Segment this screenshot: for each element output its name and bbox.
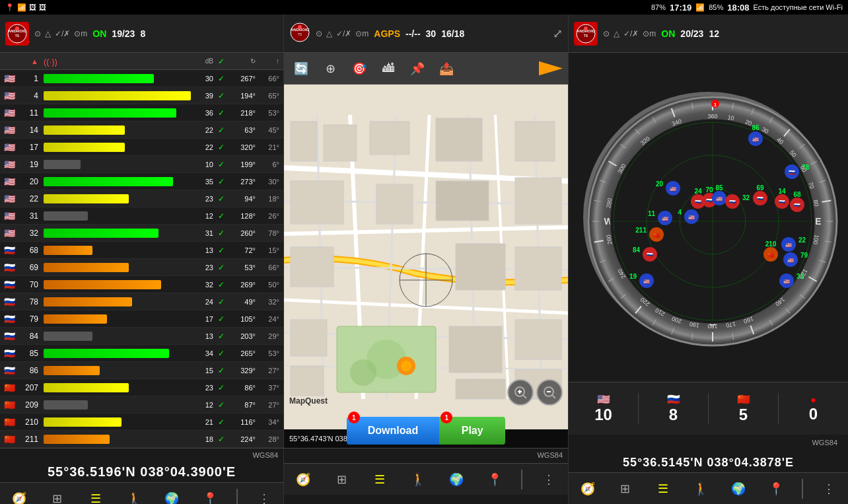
sat-check: ✓ (213, 349, 229, 358)
svg-rect-36 (456, 244, 505, 290)
left-toolbar: 🧭 ⊞ ☰ 🚶 🌍 📍 ⋮ (0, 482, 283, 504)
sat-header-signal: ((·)) (44, 57, 191, 66)
left-tb-walk[interactable]: 🚶 (122, 487, 146, 505)
center-bottom: WGS84 🧭 ⊞ ☰ 🚶 🌍 📍 ⋮ (284, 448, 568, 504)
sat-flag: 🇺🇸 (4, 211, 22, 221)
svg-text:22: 22 (798, 236, 806, 244)
compass-outer: 360 10 20 30 40 50 60 70 80 100 120 140 … (583, 92, 834, 343)
time2: 18:08 (727, 3, 749, 13)
svg-text:🇺🇸: 🇺🇸 (785, 242, 792, 248)
sat-list: 🇺🇸 1 30 ✓ 267° 66° 🇺🇸 4 39 ✓ 194° 65° 🇺🇸… (0, 70, 283, 448)
left-tb-divider (236, 489, 238, 505)
map-tb-play-arrow[interactable] (539, 57, 563, 81)
right-tb-walk[interactable]: 🚶 (689, 477, 713, 501)
svg-text:85: 85 (715, 184, 723, 192)
center-tb-more[interactable]: ⋮ (537, 468, 561, 491)
right-tb-more[interactable]: ⋮ (817, 477, 841, 501)
left-tb-list[interactable]: ☰ (84, 487, 108, 505)
sat-check: ✓ (213, 177, 229, 186)
sat-bar (44, 383, 191, 392)
sat-row: 🇷🇺 69 23 ✓ 53° 66° (0, 259, 283, 276)
right-tb-divider (802, 479, 803, 499)
svg-rect-41 (291, 366, 324, 396)
sat-id: 19 (22, 160, 41, 169)
sat-check: ✓ (213, 332, 229, 341)
right-tb-grid[interactable]: ⊞ (614, 477, 637, 501)
left-tb-pin[interactable]: 📍 (198, 487, 222, 505)
sat-el: 78° (256, 229, 279, 237)
sat-el: 28° (256, 435, 279, 443)
sat-list-header: ▲ ((·)) dB ✓ ↻ ↑ (0, 53, 283, 70)
wifi-icon: 📶 (17, 3, 26, 12)
sat-bar (44, 435, 191, 444)
sat-id: 20 (22, 177, 41, 186)
sat-id: 17 (22, 143, 41, 152)
map-tb-building[interactable]: 🏙 (376, 57, 400, 81)
sat-snr: 31 (194, 229, 213, 237)
center-tb-pin[interactable]: 📍 (483, 468, 507, 491)
right-tb-compass[interactable]: 🧭 (576, 477, 600, 501)
svg-text:🇷🇺: 🇷🇺 (789, 169, 795, 176)
right-tb-list[interactable]: ☰ (651, 477, 675, 501)
sat-az: 86° (229, 384, 256, 392)
sat-id: 11 (22, 108, 41, 118)
center-tb-compass[interactable]: 🧭 (291, 468, 315, 491)
sat-snr: 24 (194, 298, 213, 306)
sat-row: 🇺🇸 19 10 ✓ 199° 6° (0, 156, 283, 173)
sat-az: 273° (229, 178, 256, 186)
status-left: 📍 📶 🖼 🖼 (5, 3, 46, 12)
sat-el: 65° (256, 92, 279, 100)
sat-bar-fill (44, 229, 159, 238)
center-tb-walk[interactable]: 🚶 (406, 468, 430, 491)
left-tb-more[interactable]: ⋮ (252, 487, 276, 505)
sat-el: 50° (256, 281, 279, 289)
map-tb-refresh[interactable]: 🔄 (289, 57, 313, 81)
map-tb-crosshair[interactable]: ⊕ (318, 57, 342, 81)
map-tb-target[interactable]: 🎯 (347, 57, 371, 81)
sat-header-id: ▲ (22, 57, 41, 65)
sat-row: 🇺🇸 20 35 ✓ 273° 30° (0, 173, 283, 190)
svg-text:79: 79 (800, 252, 808, 259)
sat-row: 🇺🇸 11 36 ✓ 218° 53° (0, 104, 283, 122)
zoom-in-button[interactable] (507, 379, 534, 406)
left-count: 8 (140, 28, 145, 39)
left-tb-compass[interactable]: 🧭 (7, 487, 31, 505)
sat-snr: 23 (194, 195, 213, 203)
sat-snr: 12 (194, 212, 213, 220)
svg-text:🇺🇸: 🇺🇸 (670, 186, 676, 192)
sat-flag: 🇷🇺 (4, 262, 22, 273)
center-tb-grid[interactable]: ⊞ (330, 468, 353, 491)
expand-icon[interactable]: ⤢ (553, 26, 563, 41)
center-tb-globe[interactable]: 🌍 (444, 468, 468, 491)
map-tb-pin[interactable]: 📌 (406, 57, 429, 81)
svg-text:68: 68 (793, 191, 801, 198)
sat-check: ✓ (213, 160, 229, 169)
left-tb-globe[interactable]: 🌍 (160, 487, 184, 505)
sat-snr: 32 (194, 281, 213, 289)
download-button[interactable]: Download (347, 417, 439, 445)
center-header: ANDROID TS ⊙△✓/✗⊙m AGPS --/-- 30 16/18 ⤢ (284, 15, 568, 53)
map-area[interactable]: MapQuest (284, 85, 568, 429)
svg-text:20: 20 (655, 180, 663, 188)
svg-text:🇨🇳: 🇨🇳 (653, 232, 660, 238)
right-tb-globe[interactable]: 🌍 (726, 477, 750, 501)
right-tb-pin[interactable]: 📍 (764, 477, 788, 501)
center-tb-list[interactable]: ☰ (368, 468, 392, 491)
zoom-out-button[interactable] (536, 379, 563, 406)
sat-id: 210 (22, 417, 41, 427)
center-wgs: WGS84 (284, 449, 568, 462)
svg-rect-40 (515, 320, 561, 359)
sat-az: 224° (229, 435, 256, 443)
sat-flag: 🇺🇸 (4, 73, 22, 84)
map-tb-share[interactable]: 📤 (435, 57, 458, 81)
left-tb-grid[interactable]: ⊞ (46, 487, 69, 505)
svg-text:70: 70 (705, 186, 713, 194)
svg-text:11: 11 (647, 210, 655, 217)
sat-check: ✓ (213, 400, 229, 410)
sat-flag: 🇺🇸 (4, 108, 22, 118)
sat-bar-fill (44, 332, 92, 341)
sat-check: ✓ (213, 194, 229, 203)
svg-text:TS: TS (298, 32, 302, 36)
sat-row: 🇨🇳 207 23 ✓ 86° 37° (0, 379, 283, 396)
sat-bar-fill (44, 160, 81, 169)
